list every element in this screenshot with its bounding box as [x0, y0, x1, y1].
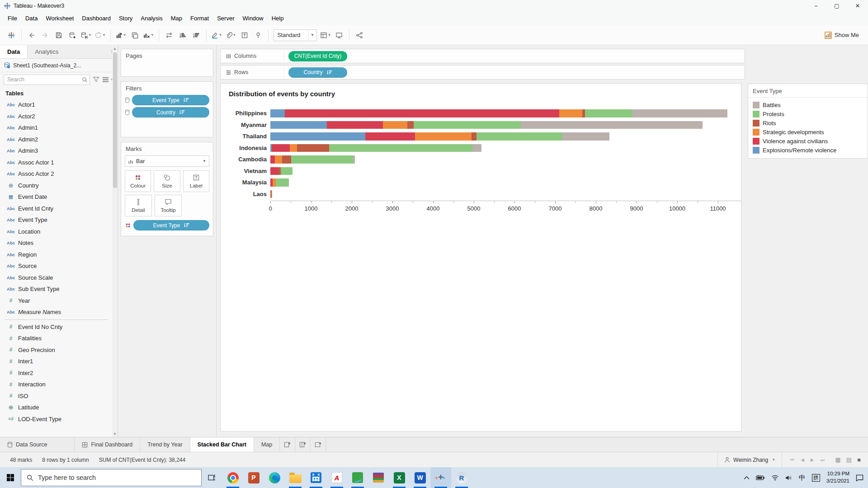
forward-button[interactable] [38, 28, 52, 43]
bar-segment[interactable] [270, 121, 327, 129]
columns-pill[interactable]: CNT(Event Id Cnty) [288, 51, 347, 61]
tableau-logo[interactable] [5, 28, 18, 43]
marks-button-size[interactable]: Size [154, 170, 180, 192]
bar-segment[interactable] [270, 109, 285, 117]
field-source-scale[interactable]: AbcSource Scale [0, 272, 112, 284]
chevron-down-icon[interactable]: ▼ [308, 30, 316, 41]
calendar-app-icon[interactable] [306, 467, 326, 488]
field-inter2[interactable]: #Inter2 [0, 367, 112, 379]
bar-segment[interactable] [632, 109, 727, 117]
bar-segment[interactable] [407, 121, 414, 129]
new-worksheet-button[interactable] [280, 437, 295, 452]
field-admin1[interactable]: AbcAdmin1 [0, 122, 112, 134]
taskbar-search[interactable]: Type here to search [21, 469, 202, 486]
ime-mode-icon[interactable]: 拼 [812, 474, 820, 482]
bar-segment[interactable] [353, 155, 355, 164]
bar-segment[interactable] [472, 132, 476, 141]
legend-item-protests[interactable]: Protests [748, 109, 868, 118]
menu-dashboard[interactable]: Dashboard [78, 12, 115, 25]
mark-type-dropdown[interactable]: Bar ▼ [125, 155, 209, 167]
bar-segment[interactable] [414, 121, 521, 129]
pin-button[interactable] [251, 28, 265, 43]
clear-sheet-button[interactable]: ▼ [142, 28, 156, 43]
show-sheet-sorter-icon[interactable]: ■ [857, 456, 861, 463]
field-source[interactable]: AbcSource [0, 260, 112, 272]
menu-analysis[interactable]: Analysis [137, 12, 166, 25]
show-cards-button[interactable]: ▼ [319, 28, 333, 43]
action-center-icon[interactable] [856, 474, 863, 481]
close-icon[interactable]: ✕ [847, 0, 868, 12]
file-explorer-app-icon[interactable] [285, 467, 306, 488]
field-sub-event-type[interactable]: AbcSub Event Type [0, 283, 112, 295]
scroll-up-icon[interactable]: ▲ [112, 45, 118, 52]
field-inter1[interactable]: #Inter1 [0, 356, 112, 367]
duplicate-button[interactable] [128, 28, 142, 43]
previous-sheet-icon[interactable]: ◀ [801, 457, 804, 463]
menu-help[interactable]: Help [268, 12, 288, 25]
sheet-tab-stacked-bar-chart[interactable]: Stacked Bar Chart [190, 437, 254, 452]
bar-segment[interactable] [585, 109, 632, 117]
winrar-app-icon[interactable] [368, 467, 389, 488]
bar-segment[interactable] [329, 144, 472, 152]
filter-pill-country[interactable]: Country [132, 107, 209, 117]
sheet-tab-map[interactable]: Map [254, 437, 280, 452]
field-actor1[interactable]: AbcActor1 [0, 99, 112, 111]
field-country[interactable]: ⊕Country [0, 180, 112, 192]
marks-button-label[interactable]: Label [183, 170, 209, 192]
field-latitude[interactable]: ⊕Latitude [0, 402, 112, 413]
minimize-icon[interactable]: – [806, 0, 826, 12]
bar-segment[interactable] [281, 167, 292, 175]
new-story-button[interactable] [311, 437, 326, 452]
tableau-app-icon[interactable]: +++ [430, 467, 451, 488]
battery-icon[interactable] [756, 475, 765, 480]
bar-segment[interactable] [285, 109, 560, 117]
show-me-button[interactable]: Show Me [820, 30, 863, 41]
filter-pill-event-type[interactable]: Event Type [132, 95, 209, 105]
bar-segment[interactable] [276, 178, 289, 187]
sheet-tab-final-dashboard[interactable]: Final Dashboard [75, 437, 140, 452]
bar-segment[interactable] [270, 155, 275, 164]
task-view-button[interactable] [202, 467, 222, 488]
menu-server[interactable]: Server [213, 12, 238, 25]
field-region[interactable]: AbcRegion [0, 249, 112, 261]
field-interaction[interactable]: #Interaction [0, 379, 112, 390]
paperclip-button[interactable]: ▼ [224, 28, 238, 43]
last-sheet-icon[interactable]: ⏭ [821, 457, 825, 463]
new-dashboard-button[interactable] [295, 437, 311, 452]
edge-app-icon[interactable] [264, 467, 285, 488]
back-button[interactable] [25, 28, 38, 43]
text-label-button[interactable] [238, 28, 251, 43]
menu-file[interactable]: File [4, 12, 21, 25]
legend-item-strategic-developments[interactable]: Strategic developments [748, 127, 868, 136]
marks-button-tooltip[interactable]: Tooltip [155, 195, 182, 216]
legend-item-explosions-remote-violence[interactable]: Explosions/Remote violence [748, 145, 868, 155]
columns-shelf[interactable]: Columns CNT(Event Id Cnty) [220, 49, 745, 63]
field-year[interactable]: #Year [0, 295, 112, 307]
maximize-icon[interactable]: ▢ [826, 0, 847, 12]
volume-icon[interactable] [785, 475, 793, 481]
bar-segment[interactable] [521, 121, 702, 129]
bar-segment[interactable] [383, 121, 407, 129]
word-app-icon[interactable]: W [410, 467, 430, 488]
tab-data[interactable]: Data [0, 45, 28, 58]
first-sheet-icon[interactable]: ⏮ [790, 457, 794, 463]
next-sheet-icon[interactable]: ▶ [811, 457, 814, 463]
bar-segment[interactable] [270, 132, 365, 141]
field-admin3[interactable]: AbcAdmin3 [0, 145, 112, 157]
marks-pill-event-type[interactable]: Event Type [133, 220, 209, 230]
menu-map[interactable]: Map [167, 12, 186, 25]
legend-item-riots[interactable]: Riots [748, 118, 868, 127]
wifi-icon[interactable] [771, 475, 779, 481]
start-button[interactable] [0, 467, 21, 488]
menu-story[interactable]: Story [115, 12, 137, 25]
menu-format[interactable]: Format [186, 12, 213, 25]
field-event-id-cnty[interactable]: AbcEvent Id Cnty [0, 203, 112, 215]
tab-analytics[interactable]: Analytics [28, 45, 108, 58]
show-sheet-tabs-icon[interactable]: ▦ [835, 456, 841, 463]
bar-segment[interactable] [472, 144, 481, 152]
field-list-scrollbar[interactable]: ▲ ▼ [112, 45, 118, 437]
new-worksheet-button[interactable]: ▼ [114, 28, 128, 43]
sheet-tab-trend-by-year[interactable]: Trend by Year [140, 437, 190, 452]
field-lod-event-type[interactable]: =#LOD-Event Type [0, 413, 112, 425]
field-notes[interactable]: AbcNotes [0, 237, 112, 249]
